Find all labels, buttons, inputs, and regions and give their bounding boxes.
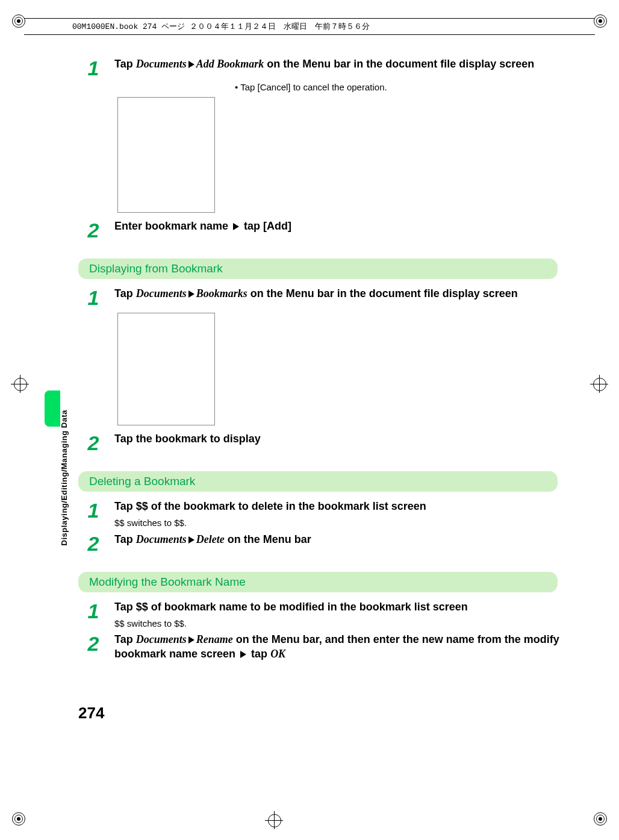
step-text: Enter bookmark name tap [Add] xyxy=(108,219,566,233)
triangle-right-icon xyxy=(240,651,246,658)
menu-item-italic: Rename xyxy=(196,633,233,645)
step: 2 Enter bookmark name tap [Add] xyxy=(78,219,566,240)
menu-item-italic: Documents xyxy=(136,533,187,545)
screenshot-placeholder xyxy=(117,313,215,425)
print-header: 00M1000EN.book 274 ページ ２００４年１１月２４日 水曜日 午… xyxy=(24,18,595,35)
step-number: 1 xyxy=(78,499,108,521)
crop-mark-icon xyxy=(12,812,25,826)
section-heading: Deleting a Bookmark xyxy=(78,471,558,492)
step-subtext: $$ switches to $$. xyxy=(114,517,566,529)
menu-item-italic: Delete xyxy=(196,533,225,545)
menu-item-italic: OK xyxy=(270,648,285,660)
step: 2 Tap the bookmark to display xyxy=(78,431,566,453)
step: 2 Tap DocumentsRename on the Menu bar, a… xyxy=(78,632,566,662)
triangle-right-icon xyxy=(233,223,239,230)
step-number: 1 xyxy=(78,600,108,621)
step: 1 Tap DocumentsAdd Bookmark on the Menu … xyxy=(78,57,566,78)
crop-mark-icon xyxy=(594,14,607,28)
step-number: 1 xyxy=(78,286,108,308)
menu-item-italic: Bookmarks xyxy=(196,287,247,299)
step: 1 Tap $$ of bookmark name to be modified… xyxy=(78,600,566,630)
step: 2 Tap DocumentsDelete on the Menu bar xyxy=(78,532,566,554)
step-number: 2 xyxy=(78,431,108,453)
registration-mark-icon xyxy=(11,375,29,393)
triangle-right-icon xyxy=(188,536,194,544)
step-text: Tap $$ of the bookmark to delete in the … xyxy=(108,499,566,530)
screenshot-placeholder xyxy=(117,97,215,213)
step: 1 Tap DocumentsBookmarks on the Menu bar… xyxy=(78,286,566,308)
menu-item-italic: Documents xyxy=(136,58,187,70)
step-text: Tap DocumentsAdd Bookmark on the Menu ba… xyxy=(108,57,566,71)
page-number: 274 xyxy=(78,704,104,722)
step-number: 2 xyxy=(78,532,108,554)
section-heading: Displaying from Bookmark xyxy=(78,259,558,279)
step-number: 2 xyxy=(78,632,108,654)
registration-mark-icon xyxy=(265,811,283,829)
menu-item-italic: Documents xyxy=(136,633,187,645)
page: 00M1000EN.book 274 ページ ２００４年１１月２４日 水曜日 午… xyxy=(0,0,619,840)
menu-item-italic: Documents xyxy=(136,287,187,299)
step-text: Tap DocumentsRename on the Menu bar, and… xyxy=(108,632,566,662)
section-side-label: Displaying/Editing/Managing Data xyxy=(60,410,69,545)
triangle-right-icon xyxy=(188,290,194,298)
step-note: Tap [Cancel] to cancel the operation. xyxy=(235,82,566,92)
triangle-right-icon xyxy=(188,636,194,644)
crop-mark-icon xyxy=(12,14,25,28)
step: 1 Tap $$ of the bookmark to delete in th… xyxy=(78,499,566,530)
step-text: Tap DocumentsBookmarks on the Menu bar i… xyxy=(108,286,566,301)
step-subtext: $$ switches to $$. xyxy=(114,618,566,630)
crop-mark-icon xyxy=(594,812,607,826)
triangle-right-icon xyxy=(188,61,194,68)
book-info-line: 00M1000EN.book 274 ページ ２００４年１１月２４日 水曜日 午… xyxy=(24,21,595,32)
step-text: Tap $$ of bookmark name to be modified i… xyxy=(108,600,566,630)
page-content: 1 Tap DocumentsAdd Bookmark on the Menu … xyxy=(78,54,566,662)
section-heading: Modifying the Bookmark Name xyxy=(78,572,558,592)
registration-mark-icon xyxy=(590,375,608,393)
step-text: Tap DocumentsDelete on the Menu bar xyxy=(108,532,566,547)
step-text: Tap the bookmark to display xyxy=(108,431,566,446)
step-number: 1 xyxy=(78,57,108,78)
section-color-tab xyxy=(45,390,60,427)
step-number: 2 xyxy=(78,219,108,240)
menu-item-italic: Add Bookmark xyxy=(196,58,264,70)
